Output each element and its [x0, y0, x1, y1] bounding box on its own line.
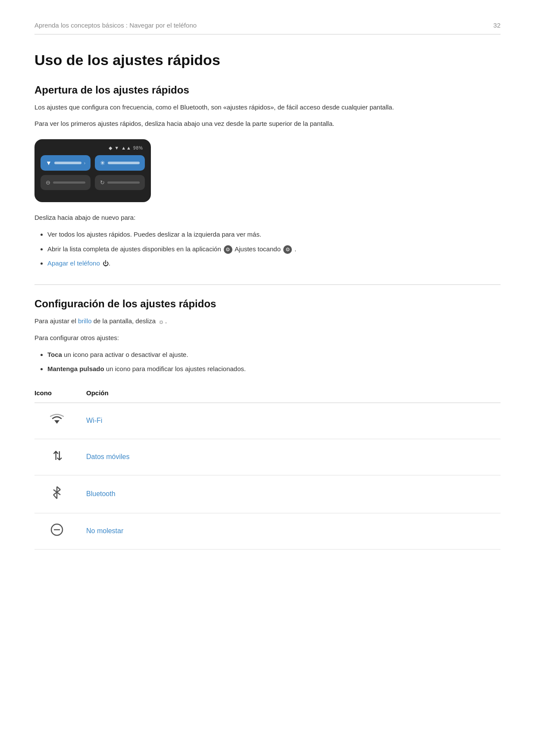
bt-icon-cell: [34, 475, 86, 513]
svg-text:⇅: ⇅: [53, 449, 63, 462]
section2-para2: Para configurar otros ajustes:: [34, 333, 501, 343]
quick-tile-dnd: ⊖: [41, 175, 91, 190]
table-row-dnd: No molestar: [34, 513, 501, 549]
bt-option-cell: Bluetooth: [86, 475, 501, 513]
section2-para1-prefix: Para ajustar el: [34, 317, 78, 325]
quick-tiles-row2: ⊖ ↻: [41, 175, 145, 190]
dnd-tile-icon: ⊖: [46, 179, 50, 186]
col-icon-header: Icono: [34, 383, 86, 403]
dnd-link[interactable]: No molestar: [86, 527, 123, 534]
bullet-item-1: Ver todos los ajustes rápidos. Puedes de…: [47, 229, 501, 240]
mantenga-bold: Mantenga pulsado: [47, 365, 104, 372]
mobile-data-icon: ⇅: [51, 449, 63, 462]
wifi-icon: [50, 412, 64, 426]
table-row-bluetooth: Bluetooth: [34, 475, 501, 513]
bluetooth-link[interactable]: Bluetooth: [86, 490, 116, 497]
section2-para1-suffix-pre: de la pantalla, desliza: [92, 317, 158, 325]
dnd-tile-bar: [53, 181, 85, 184]
page-number: 32: [493, 22, 501, 29]
power-icon: ⏻: [103, 259, 109, 269]
bullet-text-2b: Ajustes tocando: [235, 245, 282, 253]
bullet-item-toca: Toca un icono para activar o desactivar …: [47, 349, 501, 360]
bt-tile-bar: [108, 162, 140, 164]
status-icons: ◆ ▼ ▲▲ 98%: [109, 145, 143, 151]
data-icon-cell: ⇅: [34, 439, 86, 475]
mantenga-rest: un icono para modificar los ajustes rela…: [104, 365, 246, 372]
section2-title: Configuración de los ajustes rápidos: [34, 298, 501, 310]
bluetooth-icon: [51, 485, 63, 500]
toca-rest: un icono para activar o desactivar el aj…: [62, 351, 188, 358]
section2-bullet-list: Toca un icono para activar o desactivar …: [34, 349, 501, 375]
header-title: Aprenda los conceptos básicos : Navegar …: [34, 22, 197, 29]
section1-para1: Los ajustes que configura con frecuencia…: [34, 102, 501, 112]
data-option-cell: Datos móviles: [86, 439, 501, 475]
quick-tiles-row1: ▼ › ✳: [41, 155, 145, 171]
settings-icon-inline2: ⚙: [283, 245, 292, 254]
dnd-option-cell: No molestar: [86, 513, 501, 549]
toca-bold: Toca: [47, 351, 62, 358]
wifi-icon-cell: [34, 403, 86, 439]
bullet-text-2c: .: [294, 245, 296, 253]
rotate-tile-bar: [107, 181, 140, 184]
header-divider: [34, 34, 501, 34]
wifi-chevron: ›: [84, 161, 85, 166]
status-bar: ◆ ▼ ▲▲ 98%: [41, 145, 145, 151]
quick-settings-table: Icono Opción Wi-Fi: [34, 383, 501, 550]
quick-tile-rotate: ↻: [95, 175, 145, 190]
main-title: Uso de los ajustes rápidos: [34, 52, 501, 69]
brightness-link[interactable]: brillo: [78, 317, 92, 325]
rotate-tile-icon: ↻: [100, 179, 105, 186]
section2-para1: Para ajustar el brillo de la pantalla, d…: [34, 316, 501, 327]
wifi-tile-icon: ▼: [46, 159, 52, 166]
quick-tile-bt: ✳: [95, 155, 145, 171]
mobile-data-link[interactable]: Datos móviles: [86, 453, 129, 460]
wifi-tile-bar: [54, 162, 81, 164]
quick-tile-wifi: ▼ ›: [41, 155, 91, 171]
section1-bullet-list: Ver todos los ajustes rápidos. Puedes de…: [34, 229, 501, 269]
section1-para2: Para ver los primeros ajustes rápidos, d…: [34, 119, 501, 129]
table-row-data: ⇅ Datos móviles: [34, 439, 501, 475]
phone-mockup: ◆ ▼ ▲▲ 98% ▼ › ✳ ⊖ ↻: [34, 139, 151, 202]
section2-para1-dot: .: [165, 317, 167, 325]
settings-icon-inline1: ⚙: [224, 245, 232, 254]
page-header: Aprenda los conceptos básicos : Navegar …: [34, 22, 501, 29]
wifi-option-cell: Wi-Fi: [86, 403, 501, 439]
dnd-icon-cell: [34, 513, 86, 549]
section1-para3: Desliza hacia abajo de nuevo para:: [34, 212, 501, 223]
page-wrapper: Aprenda los conceptos básicos : Navegar …: [0, 0, 535, 756]
section1-title: Apertura de los ajustes rápidos: [34, 84, 501, 96]
bullet-item-mantenga: Mantenga pulsado un icono para modificar…: [47, 363, 501, 375]
svg-marker-0: [54, 420, 59, 424]
table-header-row: Icono Opción: [34, 383, 501, 403]
sun-icon: ☼: [158, 316, 164, 327]
brightness-link-text: brillo: [78, 317, 92, 325]
wifi-link[interactable]: Wi-Fi: [86, 417, 102, 424]
table-row-wifi: Wi-Fi: [34, 403, 501, 439]
bt-tile-icon: ✳: [100, 159, 105, 166]
col-option-header: Opción: [86, 383, 501, 403]
power-off-link[interactable]: Apagar el teléfono: [47, 259, 100, 267]
bullet-item-2: Abrir la lista completa de ajustes dispo…: [47, 244, 501, 255]
bullet-text-1: Ver todos los ajustes rápidos. Puedes de…: [47, 231, 261, 238]
section-divider: [34, 284, 501, 285]
bullet-text-2a: Abrir la lista completa de ajustes dispo…: [47, 245, 223, 253]
bullet-item-3: Apagar el teléfono ⏻.: [47, 258, 501, 269]
dnd-icon: [50, 523, 64, 537]
